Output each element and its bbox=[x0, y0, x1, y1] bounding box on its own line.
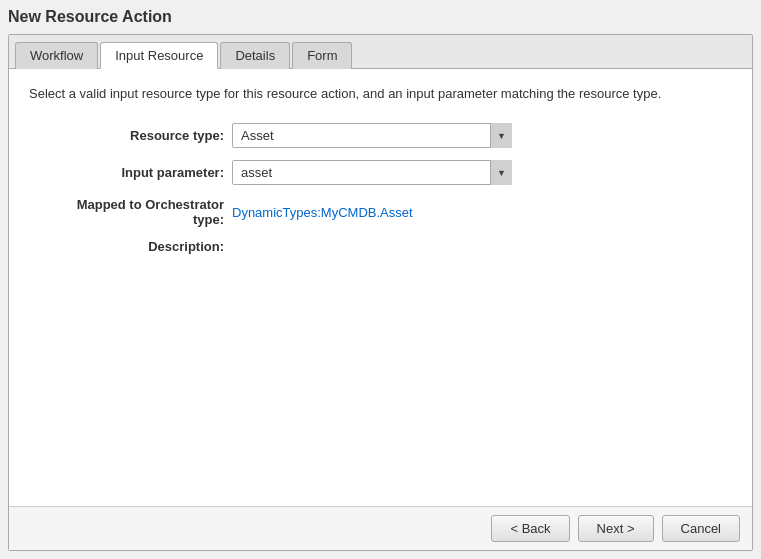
form-section: Resource type: Asset Input parameter: as… bbox=[69, 123, 732, 254]
resource-type-row: Resource type: Asset bbox=[69, 123, 732, 148]
resource-type-select[interactable]: Asset bbox=[232, 123, 512, 148]
resource-type-label: Resource type: bbox=[69, 128, 224, 143]
mapped-type-row: Mapped to Orchestrator type: DynamicType… bbox=[69, 197, 732, 227]
instruction-text: Select a valid input resource type for t… bbox=[29, 85, 732, 103]
mapped-type-value: DynamicTypes:MyCMDB.Asset bbox=[232, 205, 413, 220]
mapped-type-label: Mapped to Orchestrator type: bbox=[69, 197, 224, 227]
page-title: New Resource Action bbox=[8, 8, 753, 26]
tabs-bar: Workflow Input Resource Details Form bbox=[9, 35, 752, 69]
input-parameter-select-wrapper[interactable]: asset bbox=[232, 160, 512, 185]
input-parameter-select[interactable]: asset bbox=[232, 160, 512, 185]
back-button[interactable]: < Back bbox=[491, 515, 569, 542]
dialog-content: Select a valid input resource type for t… bbox=[9, 69, 752, 506]
description-label: Description: bbox=[69, 239, 224, 254]
tab-input-resource[interactable]: Input Resource bbox=[100, 42, 218, 69]
input-parameter-row: Input parameter: asset bbox=[69, 160, 732, 185]
page-wrapper: New Resource Action Workflow Input Resou… bbox=[0, 0, 761, 559]
tab-details[interactable]: Details bbox=[220, 42, 290, 69]
cancel-button[interactable]: Cancel bbox=[662, 515, 740, 542]
resource-type-select-wrapper[interactable]: Asset bbox=[232, 123, 512, 148]
tab-form[interactable]: Form bbox=[292, 42, 352, 69]
dialog-container: Workflow Input Resource Details Form Sel… bbox=[8, 34, 753, 551]
next-button[interactable]: Next > bbox=[578, 515, 654, 542]
input-parameter-label: Input parameter: bbox=[69, 165, 224, 180]
dialog-footer: < Back Next > Cancel bbox=[9, 506, 752, 550]
description-row: Description: bbox=[69, 239, 732, 254]
tab-workflow[interactable]: Workflow bbox=[15, 42, 98, 69]
